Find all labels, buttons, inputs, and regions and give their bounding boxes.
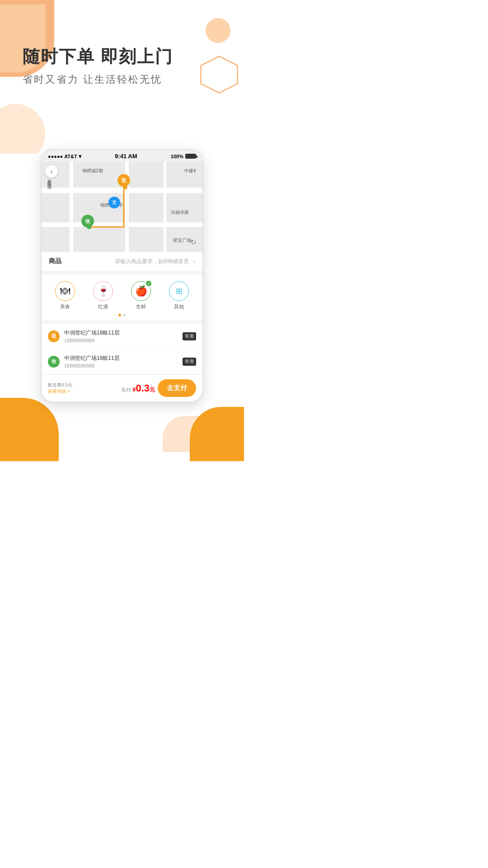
fee-label: 配送费4.5元 [48,382,118,388]
category-icon-other: ⊞ [169,281,189,301]
map-pin-shou: 收 [81,215,94,227]
signal-dots: ●●●●● [48,154,63,159]
addr-tag-qu: 常用 [183,332,196,340]
map-label-street: 兴福寺路 [171,209,189,216]
map-road-v3 [164,161,166,252]
addr-pin-qu: 取 [48,330,60,342]
address-item-shou[interactable]: 收 中润世纪广场18栋11层 18888888888 常用 [42,349,202,374]
food-emoji: 🍽 [60,285,70,297]
addr-tag-shou: 常用 [183,358,196,366]
goods-bar: 商品 请输入商品要求，如999感冒灵 › [42,252,202,271]
deco-bottom-left [0,398,59,461]
other-emoji: ⊞ [176,286,183,296]
phone-mockup: ●●●●● AT&T ▾ 9:41 AM 100% [41,149,203,402]
category-check-icon: ✓ [145,280,152,287]
category-name-fresh: 生鲜 [136,303,146,310]
map-road-h1 [42,188,202,193]
map-road-v1 [70,161,73,252]
map-back-button[interactable]: ‹ [45,165,58,178]
category-dots [46,314,198,316]
status-bar: ●●●●● AT&T ▾ 9:41 AM 100% [42,150,202,161]
category-item-wine[interactable]: 🍷 红酒 [93,281,113,310]
status-carrier: ●●●●● AT&T ▾ [48,153,81,160]
total-label: 实付 [121,387,132,392]
map-label-road1: 中建钅 [184,168,198,174]
category-icon-wine: 🍷 [93,281,113,301]
address-item-qu[interactable]: 取 中润世纪广场18栋11层 18888888888 常用 [42,324,202,349]
carrier-name: AT&T [64,154,77,159]
cat-dot-2 [123,314,126,316]
bottom-deco [0,398,244,461]
hero-section: 随时下单 即刻上门 省时又省力 让生活轻松无忧 [0,0,244,154]
map-area[interactable]: 锦绣城2期 中建钅 锦绣城小学 兴福寺路 荣宝广场 齐鲁大道 取 收 [42,161,202,252]
battery-percent: 100% [171,154,183,159]
battery-fill [186,154,196,158]
category-name-wine: 红酒 [98,303,108,310]
status-time: 9:41 AM [115,153,137,160]
deco-hexagon [199,54,239,95]
wine-emoji: 🍷 [97,285,109,297]
goods-arrow-icon: › [193,258,195,264]
deco-top-right-circle [206,18,230,43]
map-refresh-icon[interactable]: ↻ [190,238,196,246]
category-icon-food: 🍽 [55,281,75,301]
addr-info-shou: 中润世纪广场18栋11层 18888888888 [64,354,178,368]
wifi-icon: ▾ [79,153,81,160]
pay-button[interactable]: 去支付 [158,379,196,397]
map-road-h2 [42,222,202,227]
fresh-emoji: 🍎 [135,285,147,297]
address-section: 取 中润世纪广场18栋11层 18888888888 常用 收 中润世纪广场18… [42,324,202,374]
price-unit: 元 [150,387,155,393]
goods-input[interactable]: 请输入商品要求，如999感冒灵 [66,258,189,265]
hero-title: 随时下单 即刻上门 [23,45,173,68]
category-item-other[interactable]: ⊞ 其他 [169,281,189,310]
fee-detail-link[interactable]: 查看明细 > [48,388,118,395]
battery-icon [185,154,196,159]
map-background: 锦绣城2期 中建钅 锦绣城小学 兴福寺路 荣宝广场 齐鲁大道 取 收 [42,161,202,252]
status-battery-area: 100% [171,154,196,159]
category-name-other: 其他 [174,303,184,310]
addr-name-shou: 中润世纪广场18栋11层 [64,354,178,362]
category-section: 🍽 美食 🍷 红酒 🍎 ✓ [42,275,202,320]
bottom-bar: 配送费4.5元 查看明细 > 实付 ¥0.3元 去支付 [42,374,202,401]
map-label-area: 锦绣城2期 [82,168,103,174]
addr-info-qu: 中润世纪广场18栋11层 18888888888 [64,329,178,343]
deco-bottom-right-orange [190,407,244,461]
category-item-food[interactable]: 🍽 美食 [55,281,75,310]
cat-dot-1 [118,314,121,316]
addr-phone-shou: 18888888888 [64,363,178,368]
phone-section: ●●●●● AT&T ▾ 9:41 AM 100% [0,149,244,402]
hero-subtitle: 省时又省力 让生活轻松无忧 [23,73,173,86]
map-pin-wen: 文 [108,197,120,208]
svg-marker-0 [201,57,238,93]
category-name-food: 美食 [60,303,70,310]
addr-phone-qu: 18888888888 [64,338,178,343]
goods-label: 商品 [49,257,61,265]
total-price: ¥0.3元 [132,386,155,393]
app-content: 商品 请输入商品要求，如999感冒灵 › 🍽 美食 🍷 [42,252,202,401]
price-value: 0.3 [136,382,150,394]
map-pin-qu: 取 [117,174,130,187]
bottom-total: 实付 ¥0.3元 [121,382,155,394]
addr-pin-shou: 收 [48,356,60,368]
deco-bottom-left-circle [0,104,45,154]
addr-name-qu: 中润世纪广场18栋11层 [64,329,178,337]
map-label-rong: 荣宝广场 [173,237,191,244]
bottom-fee-section: 配送费4.5元 查看明细 > [48,382,118,395]
category-row: 🍽 美食 🍷 红酒 🍎 ✓ [46,281,198,310]
category-item-fresh[interactable]: 🍎 ✓ 生鲜 [131,281,151,310]
category-icon-fresh: 🍎 ✓ [131,281,151,301]
hero-text: 随时下单 即刻上门 省时又省力 让生活轻松无忧 [23,45,173,86]
